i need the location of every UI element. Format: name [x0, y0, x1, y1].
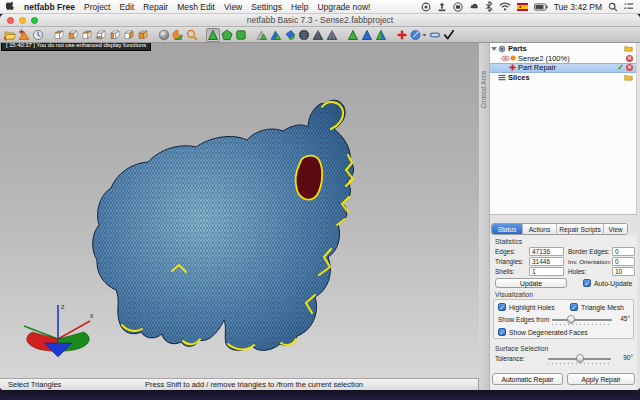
notification-center-icon[interactable] [624, 2, 634, 11]
sync-icon[interactable] [437, 2, 447, 12]
main-area: [ 15:40:37 ] You do not use enhanced dis… [0, 43, 640, 390]
show-degenerated-checkbox[interactable]: ✓ Show Degenerated Faces [498, 328, 588, 336]
select-visible-icon[interactable] [269, 28, 283, 42]
menu-edit[interactable]: Edit [119, 2, 134, 12]
menu-view[interactable]: View [224, 2, 242, 12]
axis-z-label: z [61, 303, 65, 310]
zoom-window-button[interactable] [31, 17, 38, 24]
zoom-icon[interactable] [185, 28, 199, 42]
border-edges-input[interactable]: 0 [612, 247, 635, 256]
battery-icon[interactable] [534, 3, 548, 11]
select-connected-icon[interactable] [255, 28, 269, 42]
menu-project[interactable]: Project [84, 2, 110, 12]
context-area-tab[interactable]: Context Area [479, 43, 490, 390]
view-cube-back-icon[interactable] [52, 28, 66, 42]
mesh-triangle-a-icon[interactable] [311, 28, 325, 42]
update-button[interactable]: Update [495, 278, 567, 288]
edges-input[interactable]: 47136 [529, 247, 564, 256]
open-folder-icon[interactable] [624, 74, 633, 81]
visualization-group: ✓ Highlight Holes ✓ Triangle Mesh Show E… [493, 299, 634, 339]
menu-upgrade-now[interactable]: Upgrade now! [317, 2, 370, 12]
apple-menu-icon[interactable] [6, 1, 15, 12]
remove-part-icon[interactable]: ✕ [626, 55, 633, 62]
view-cube-left-icon[interactable] [108, 28, 122, 42]
spain-flag-icon[interactable] [517, 3, 528, 11]
fill-selection-icon[interactable] [283, 28, 297, 42]
show-edges-slider-thumb[interactable] [567, 315, 575, 323]
select-all-blue-icon[interactable] [360, 28, 374, 42]
tab-status[interactable]: Status [492, 224, 523, 234]
apply-repair-button[interactable]: Apply Repair [567, 373, 635, 385]
minimize-window-button[interactable] [19, 17, 26, 24]
bluetooth-icon[interactable] [485, 1, 493, 12]
repair-part-icon[interactable] [17, 28, 31, 42]
view-cube-top-icon[interactable] [80, 28, 94, 42]
show-edges-label: Show Edges from [498, 315, 549, 324]
fit-sphere-icon[interactable] [157, 28, 171, 42]
view-cube-iso-icon[interactable] [136, 28, 150, 42]
view-cube-right-icon[interactable] [122, 28, 136, 42]
display-icon[interactable] [421, 2, 431, 12]
triangles-input[interactable]: 31446 [529, 257, 564, 266]
show-degenerated-label: Show Degenerated Faces [509, 329, 588, 336]
select-triangle-icon[interactable] [206, 28, 220, 42]
disclosure-icon[interactable] [491, 47, 497, 51]
menu-help[interactable]: Help [291, 2, 308, 12]
select-all-green-icon[interactable] [346, 28, 360, 42]
invert-selection-icon[interactable] [374, 28, 388, 42]
window-icon[interactable] [453, 2, 463, 12]
tab-view[interactable]: View [604, 224, 627, 234]
3d-viewport[interactable]: [ 15:40:37 ] You do not use enhanced dis… [0, 43, 479, 378]
close-window-button[interactable] [7, 17, 14, 24]
auto-update-checkbox[interactable]: ✓ Auto-Update [583, 279, 632, 287]
tree-row-slices[interactable]: Slices [490, 73, 636, 83]
tab-repair-scripts[interactable]: Repair Scripts [557, 224, 604, 234]
dropbox-icon[interactable] [469, 2, 479, 12]
window-title-bar[interactable]: netfabb Basic 7.3 - Sense2.fabbproject [0, 14, 640, 27]
select-plane-icon[interactable] [234, 28, 248, 42]
holes-input[interactable]: 10 [612, 267, 635, 276]
highlight-holes-checkbox[interactable]: ✓ Highlight Holes [498, 303, 555, 311]
perspective-cone-icon[interactable] [171, 28, 185, 42]
menu-mesh-edit[interactable]: Mesh Edit [177, 2, 215, 12]
menubar-clock[interactable]: Tue 3:42 PM [554, 2, 602, 12]
cancel-repair-icon[interactable]: ✕ [626, 64, 633, 71]
parts-icon [498, 45, 506, 53]
edges-label: Edges: [495, 247, 515, 256]
tree-row-part-repair[interactable]: Part Repair ✓ ✕ [490, 63, 636, 73]
status-bar: Select Triangles Press Shift to add / re… [0, 378, 478, 390]
spotlight-icon[interactable] [608, 2, 618, 12]
tree-row-parts[interactable]: Parts [490, 44, 636, 54]
wifi-icon[interactable] [499, 2, 511, 11]
eye-icon[interactable] [501, 55, 510, 62]
history-icon[interactable] [31, 28, 45, 42]
menu-repair[interactable]: Repair [143, 2, 168, 12]
menu-app-name[interactable]: netfabb Free [24, 2, 75, 12]
view-cube-bottom-icon[interactable] [94, 28, 108, 42]
open-folder-icon[interactable] [624, 45, 633, 52]
automatic-repair-button[interactable]: Automatic Repair [492, 373, 563, 385]
apply-selection-icon[interactable] [442, 28, 456, 42]
triangle-mesh-checkbox[interactable]: ✓ Triangle Mesh [570, 303, 624, 311]
tolerance-slider[interactable] [548, 354, 611, 364]
view-cube-front-icon[interactable] [66, 28, 80, 42]
menu-settings[interactable]: Settings [251, 2, 282, 12]
tab-actions[interactable]: Actions [523, 224, 557, 234]
auto-update-checkbox-box[interactable]: ✓ [583, 279, 591, 287]
mesh-triangle-b-icon[interactable] [325, 28, 339, 42]
context-area-panel: Context Area Parts Sense2 (100%) ✕ [479, 43, 640, 390]
inv-orientation-input[interactable]: 0 [612, 257, 635, 266]
show-edges-slider[interactable] [552, 315, 612, 325]
open-icon[interactable] [3, 28, 17, 42]
edit-selection-icon[interactable] [409, 28, 428, 42]
triangles-label: Triangles: [495, 257, 523, 266]
select-surface-icon[interactable] [220, 28, 234, 42]
add-triangle-icon[interactable] [395, 28, 409, 42]
tolerance-slider-thumb[interactable] [576, 354, 584, 362]
remove-triangle-icon[interactable] [428, 28, 442, 42]
apply-repair-icon[interactable]: ✓ [617, 64, 624, 71]
shells-input[interactable]: 1 [529, 267, 564, 276]
statistics-title: Statistics [495, 238, 522, 245]
tree-row-sense2[interactable]: Sense2 (100%) ✕ [490, 54, 636, 64]
mesh-sphere-icon[interactable] [297, 28, 311, 42]
